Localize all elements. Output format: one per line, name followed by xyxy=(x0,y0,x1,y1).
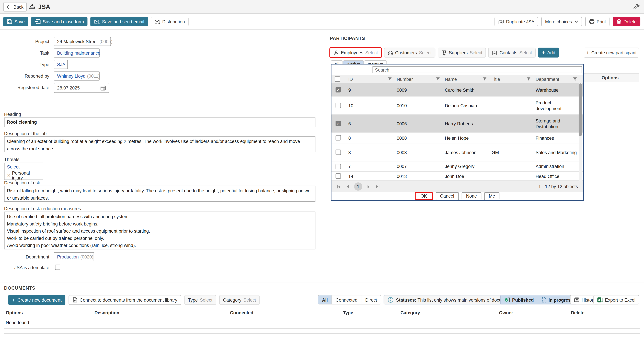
row-checkbox[interactable]: ✓ xyxy=(336,87,341,92)
first-page-button[interactable] xyxy=(336,184,341,189)
more-choices-button[interactable]: More choices xyxy=(541,17,582,26)
employee-row[interactable]: 100010Delano CrispianProduct development xyxy=(332,96,583,115)
task-field[interactable]: Building maintenance xyxy=(54,48,100,58)
me-button[interactable]: Me xyxy=(484,192,500,200)
employee-table-header: ID Number Name Title Department xyxy=(332,75,583,84)
contacts-select-button[interactable]: Contacts Select xyxy=(488,48,536,58)
employee-row[interactable]: ✓90009Caroline SmithWarehouse xyxy=(332,84,583,96)
employee-title xyxy=(488,96,532,114)
archive-box-icon xyxy=(574,297,580,302)
save-and-send-email-button[interactable]: Save and send email xyxy=(90,17,148,26)
employees-select-button[interactable]: Employees Select xyxy=(330,48,382,58)
project-field[interactable]: 29 Maplewick Street (0005) xyxy=(54,37,111,46)
remove-threat-icon[interactable]: ✕ xyxy=(7,173,11,178)
filter-icon[interactable] xyxy=(388,77,392,81)
statuses-bold: Statuses: xyxy=(396,297,416,302)
threats-field[interactable]: Select ✕ Personal injury xyxy=(4,163,43,180)
documents-none-found-row: None found xyxy=(4,316,640,329)
cancel-button[interactable]: Cancel xyxy=(436,192,459,200)
row-checkbox[interactable] xyxy=(336,164,341,169)
department-field[interactable]: Production (0020) xyxy=(54,252,94,261)
column-header-name[interactable]: Name xyxy=(442,75,488,83)
popup-scrollbar[interactable] xyxy=(579,84,582,181)
back-button[interactable]: Back xyxy=(3,2,26,12)
delete-button[interactable]: Delete xyxy=(613,17,640,26)
filter-icon[interactable] xyxy=(436,77,440,81)
registered-date-field[interactable]: 28.07.2025 xyxy=(54,83,109,93)
published-check-icon xyxy=(504,297,510,303)
type-select-button[interactable]: Type Select xyxy=(184,295,216,305)
risk-measures-input[interactable]: Use of certified fall protection harness… xyxy=(4,212,316,249)
row-checkbox[interactable]: ✓ xyxy=(336,121,341,126)
add-participant-button[interactable]: + Add xyxy=(538,48,559,58)
column-header-id[interactable]: ID xyxy=(345,75,394,83)
employee-title: GM xyxy=(488,144,532,161)
filter-all-tab[interactable]: All xyxy=(318,295,332,304)
customers-select-button[interactable]: Customers Select xyxy=(384,48,435,58)
export-to-excel-label: Export to Excel xyxy=(605,297,636,302)
filter-icon[interactable] xyxy=(483,77,487,81)
create-new-participant-button[interactable]: + Create new participant xyxy=(584,48,639,58)
employee-department: Head Office xyxy=(532,172,580,180)
calendar-icon[interactable] xyxy=(100,85,106,91)
category-select-button[interactable]: Category Select xyxy=(219,295,260,305)
employee-row[interactable]: 140013John DoeHead Office xyxy=(332,172,583,181)
column-header-title[interactable]: Title xyxy=(488,75,532,83)
employee-row[interactable]: ✓60006Harry RobertsStorage and Distribut… xyxy=(332,115,583,133)
heading-input[interactable]: Roof cleaning xyxy=(4,118,316,128)
filter-icon[interactable] xyxy=(573,77,577,81)
current-page-indicator[interactable]: 1 xyxy=(354,182,362,191)
department-value[interactable]: Production xyxy=(57,254,79,259)
print-icon xyxy=(589,19,594,24)
published-label: Published xyxy=(512,297,534,302)
employee-id: 8 xyxy=(345,132,394,143)
employee-row[interactable]: 30003James JohnsonGMSales and Marketing xyxy=(332,144,583,162)
jsa-template-checkbox[interactable] xyxy=(55,264,60,270)
employee-row[interactable]: 80008Helen HopeFinances xyxy=(332,132,583,143)
distribution-button[interactable]: Distribution xyxy=(151,17,189,26)
save-and-close-button[interactable]: Save and close form xyxy=(31,17,88,26)
filter-icon[interactable] xyxy=(526,77,530,81)
employee-number: 0008 xyxy=(394,132,442,143)
filter-connected-tab[interactable]: Connected xyxy=(332,295,362,304)
project-value: 29 Maplewick Street xyxy=(57,39,98,44)
column-header-department[interactable]: Department xyxy=(532,75,580,83)
type-value[interactable]: SJA xyxy=(57,62,66,67)
risk-description-input[interactable]: Risk of falling from height, which may l… xyxy=(4,186,316,202)
export-to-excel-button[interactable]: Export to Excel xyxy=(594,295,639,304)
action-toolbar: Save Save and close form Save and send e… xyxy=(0,14,644,30)
row-checkbox[interactable] xyxy=(336,174,341,179)
none-button[interactable]: None xyxy=(462,192,481,200)
connect-documents-button[interactable]: Connect to documents from the document l… xyxy=(68,295,181,305)
reported-by-value[interactable]: Whitney Lloyd xyxy=(57,74,86,78)
row-checkbox[interactable] xyxy=(336,135,341,140)
wrench-icon[interactable] xyxy=(633,3,640,10)
suppliers-select-button[interactable]: Suppliers Select xyxy=(438,48,486,58)
previous-page-button[interactable] xyxy=(346,184,349,189)
create-new-document-button[interactable]: + Create new document xyxy=(8,295,65,305)
select-all-checkbox[interactable] xyxy=(335,76,340,82)
employee-department: Finances xyxy=(532,132,580,143)
search-input[interactable] xyxy=(372,66,582,73)
employee-row[interactable]: 70007Jenny GregoryAdministration xyxy=(332,162,583,172)
ok-button[interactable]: OK xyxy=(415,192,433,200)
employee-number: 0009 xyxy=(394,84,442,96)
type-label: Type xyxy=(188,298,198,302)
print-button[interactable]: Print xyxy=(585,17,610,26)
row-checkbox[interactable] xyxy=(336,103,341,108)
type-field[interactable]: SJA xyxy=(54,60,68,69)
duplicate-jsa-button[interactable]: Duplicate JSA xyxy=(494,17,538,26)
save-button[interactable]: Save xyxy=(3,17,28,26)
add-label: Add xyxy=(547,50,556,55)
column-header-number[interactable]: Number xyxy=(394,75,442,83)
published-toggle[interactable]: Published xyxy=(500,295,538,304)
next-page-button[interactable] xyxy=(367,184,370,189)
scrollbar-thumb[interactable] xyxy=(579,84,582,136)
threats-select-link[interactable]: Select xyxy=(7,164,40,169)
last-page-button[interactable] xyxy=(376,184,380,189)
filter-direct-tab[interactable]: Direct xyxy=(362,295,381,304)
reported-by-field[interactable]: Whitney Lloyd (0011) xyxy=(54,72,100,80)
job-description-input[interactable]: Cleaning of an exterior building roof at… xyxy=(4,136,316,152)
task-value[interactable]: Building maintenance xyxy=(57,50,100,56)
row-checkbox[interactable] xyxy=(336,150,341,155)
